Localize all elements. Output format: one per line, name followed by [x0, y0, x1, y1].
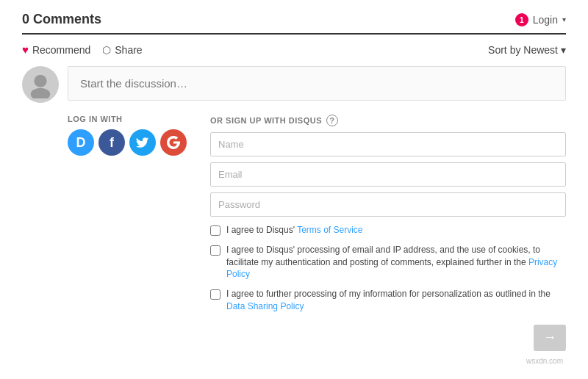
- tos-checkbox[interactable]: [210, 225, 220, 236]
- avatar-icon: [26, 71, 54, 98]
- disqus-login-button[interactable]: D: [68, 129, 94, 156]
- recommend-label: Recommend: [32, 44, 90, 56]
- login-chevron-icon: ▾: [562, 15, 566, 24]
- submit-row: →: [210, 325, 566, 351]
- personalization-link[interactable]: Data Sharing Policy: [226, 301, 304, 311]
- toolbar: ♥ Recommend ⬡ Share Sort by Newest ▾: [22, 43, 566, 56]
- login-signup-section: LOG IN WITH D f: [68, 115, 566, 351]
- tos-link[interactable]: Terms of Service: [297, 225, 362, 235]
- share-icon: ⬡: [102, 44, 111, 56]
- personalization-checkbox[interactable]: [210, 289, 220, 300]
- signup-label: OR SIGN UP WITH DISQUS: [210, 116, 322, 125]
- privacy-text: I agree to Disqus' processing of email a…: [226, 244, 566, 281]
- twitter-login-button[interactable]: [129, 129, 156, 156]
- comment-input[interactable]: [68, 66, 566, 101]
- sort-dropdown[interactable]: Sort by Newest ▾: [488, 44, 566, 56]
- watermark: wsxdn.com: [22, 357, 566, 365]
- login-label: Login: [533, 14, 558, 26]
- login-area[interactable]: 1 Login ▾: [515, 13, 566, 26]
- privacy-checkbox-row: I agree to Disqus' processing of email a…: [210, 244, 566, 281]
- toolbar-left: ♥ Recommend ⬡ Share: [22, 43, 143, 56]
- recommend-button[interactable]: ♥ Recommend: [22, 43, 90, 56]
- google-login-button[interactable]: [160, 129, 187, 156]
- email-input[interactable]: [210, 162, 566, 187]
- comments-count: 0 Comments: [22, 12, 101, 27]
- tos-text: I agree to Disqus' Terms of Service: [226, 224, 362, 237]
- personalization-text: I agree to further processing of my info…: [226, 288, 566, 313]
- notification-badge: 1: [515, 13, 528, 26]
- signup-header: OR SIGN UP WITH DISQUS ?: [210, 115, 566, 126]
- heart-icon: ♥: [22, 43, 29, 56]
- help-icon[interactable]: ?: [326, 115, 338, 126]
- personalization-checkbox-row: I agree to further processing of my info…: [210, 288, 566, 313]
- comment-input-row: [22, 66, 566, 103]
- name-input[interactable]: [210, 132, 566, 156]
- share-label: Share: [115, 44, 142, 56]
- avatar: [22, 66, 59, 103]
- signup-section: OR SIGN UP WITH DISQUS ? I agree to Disq…: [210, 115, 566, 351]
- svg-point-0: [34, 75, 46, 87]
- submit-button[interactable]: →: [534, 325, 566, 351]
- privacy-checkbox[interactable]: [210, 245, 220, 256]
- sort-label: Sort by Newest: [488, 44, 558, 56]
- social-icons: D f: [68, 129, 187, 156]
- svg-point-1: [31, 88, 51, 98]
- password-input[interactable]: [210, 192, 566, 217]
- log-in-with: LOG IN WITH D f: [68, 115, 187, 156]
- share-button[interactable]: ⬡ Share: [102, 44, 142, 56]
- comments-header: 0 Comments 1 Login ▾: [22, 12, 566, 35]
- log-in-label: LOG IN WITH: [68, 115, 187, 123]
- sort-chevron-icon: ▾: [561, 44, 566, 56]
- tos-checkbox-row: I agree to Disqus' Terms of Service: [210, 224, 566, 237]
- facebook-login-button[interactable]: f: [98, 129, 125, 156]
- watermark-link[interactable]: wsxdn.com: [526, 357, 563, 365]
